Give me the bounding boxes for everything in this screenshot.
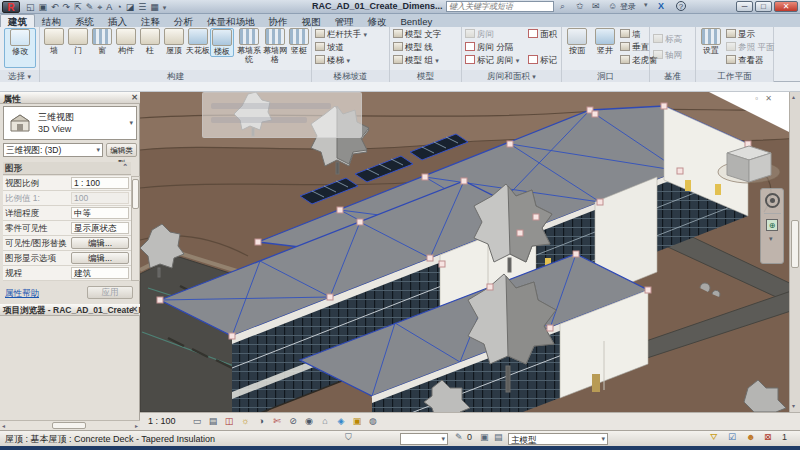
close-button[interactable]: ✕	[774, 1, 798, 12]
area-button[interactable]: 面积	[528, 28, 557, 41]
apply-button[interactable]: 应用	[87, 286, 133, 299]
tab-bentley[interactable]: Bentley	[394, 15, 440, 28]
tab-structure[interactable]: 结构	[35, 15, 68, 28]
project-browser-close-icon[interactable]: ✕	[131, 305, 138, 314]
sun-path-icon[interactable]: ☼	[238, 415, 252, 428]
scale-icon[interactable]: ▭	[190, 415, 204, 428]
dimension-icon[interactable]: ⌖	[97, 1, 102, 14]
view-instance-combo[interactable]: 三维视图: (3D)▾	[3, 143, 103, 157]
measure-icon[interactable]: ✎	[86, 1, 94, 14]
opening-by-face-button[interactable]: 按面	[564, 28, 590, 55]
properties-close-icon[interactable]: ✕	[131, 93, 138, 102]
app-menu-button[interactable]: R	[2, 1, 20, 13]
zoom-icon[interactable]: ⊕	[766, 219, 778, 231]
qat-dropdown-icon[interactable]: ▾	[163, 1, 167, 14]
3d-viewport[interactable]: ▫ ✕ ⊕ ▾ ▴ ▾	[140, 92, 800, 412]
exchange-apps-icon[interactable]: X	[658, 1, 664, 11]
communication-icon[interactable]: ✉	[592, 1, 600, 11]
tab-systems[interactable]: 系统	[68, 15, 101, 28]
text-icon[interactable]: A	[106, 1, 112, 14]
viewport-scrollbar[interactable]: ▴ ▾	[789, 92, 800, 412]
signin-label[interactable]: 登录	[620, 1, 636, 12]
ceiling-button[interactable]: 天花板	[186, 28, 210, 55]
temporary-hide-icon[interactable]: ◈	[334, 415, 348, 428]
modify-button[interactable]: 修改	[4, 28, 36, 68]
help-icon[interactable]: ?	[676, 1, 686, 11]
tab-architecture[interactable]: 建筑	[0, 14, 35, 27]
tab-modify[interactable]: 修改	[361, 15, 394, 28]
select-pinned-icon[interactable]: ☻	[746, 432, 755, 442]
signin-user-icon[interactable]: ☺	[608, 1, 617, 11]
shadows-icon[interactable]: ◑	[254, 415, 268, 428]
type-selector[interactable]: 三维视图 3D View ▾	[3, 106, 137, 140]
filter-icon[interactable]: ⛛	[710, 432, 718, 443]
maximize-button[interactable]: □	[755, 1, 772, 12]
property-row[interactable]: 图形显示选项编辑...	[3, 251, 131, 266]
property-row[interactable]: 可见性/图形替换编辑...	[3, 236, 131, 251]
editable-only-icon[interactable]: ✎	[455, 432, 463, 442]
shaft-button[interactable]: 竖井	[592, 28, 618, 55]
window-button[interactable]: 窗	[90, 28, 114, 55]
exclude-options-icon[interactable]: ⊠	[764, 432, 772, 442]
active-only-icon[interactable]: ▤	[494, 432, 503, 442]
analytical-model-icon[interactable]: ◍	[366, 415, 380, 428]
stair-button[interactable]: 楼梯 ▾	[315, 54, 350, 67]
type-selector-dropdown-icon[interactable]: ▾	[129, 119, 133, 127]
column-button[interactable]: 柱	[138, 28, 162, 55]
open-icon[interactable]: ◱	[26, 1, 35, 14]
view-scale-button[interactable]: 1 : 100	[148, 416, 176, 426]
edit-type-button[interactable]: 编辑类型	[106, 143, 137, 157]
wall-button[interactable]: 墙	[42, 28, 66, 55]
grid-button[interactable]: 轴网	[653, 49, 682, 62]
navigation-bar[interactable]: ⊕ ▾	[760, 188, 784, 264]
crop-region-icon[interactable]: ◉	[302, 415, 316, 428]
component-button[interactable]: 构件	[114, 28, 138, 55]
model-line-button[interactable]: 模型 线	[393, 41, 433, 54]
tab-insert[interactable]: 插入	[101, 15, 134, 28]
model-text-button[interactable]: 模型 文字	[393, 28, 441, 41]
show-workplane-button[interactable]: 显示	[726, 28, 755, 41]
undo-icon[interactable]: ↶	[51, 1, 59, 14]
property-row[interactable]: 零件可见性显示原状态	[3, 221, 131, 236]
mullion-button[interactable]: 竖梃	[288, 28, 310, 55]
design-option-icon[interactable]: ▣	[480, 432, 489, 442]
save-icon[interactable]: ▣	[39, 1, 48, 14]
detail-level-icon[interactable]: ▤	[206, 415, 220, 428]
ramp-button[interactable]: 坡道	[315, 41, 344, 54]
set-workplane-button[interactable]: 设置	[698, 28, 724, 55]
tab-annotate[interactable]: 注释	[134, 15, 167, 28]
browser-hscrollbar[interactable]: ◂ ▸	[0, 420, 140, 430]
navbar-dropdown-icon[interactable]: ▾	[769, 235, 773, 243]
crop-view-icon[interactable]: ⊘	[286, 415, 300, 428]
tab-collaborate[interactable]: 协作	[262, 15, 295, 28]
panel-select-label[interactable]: 选择 ▾	[0, 70, 39, 82]
tab-analyze[interactable]: 分析	[167, 15, 200, 28]
visual-style-icon[interactable]: ◫	[222, 415, 236, 428]
door-button[interactable]: 门	[66, 28, 90, 55]
print-icon[interactable]: ⇱	[74, 1, 82, 14]
level-button[interactable]: 标高	[653, 33, 682, 46]
worksets-combo[interactable]: ▾	[400, 433, 448, 445]
roof-button[interactable]: 屋顶	[162, 28, 186, 55]
tab-manage[interactable]: 管理	[328, 15, 361, 28]
view-close-icon[interactable]: ✕	[765, 94, 772, 103]
select-link-icon[interactable]: ☑	[728, 432, 736, 442]
minimize-button[interactable]: ─	[736, 1, 753, 12]
graphics-section-header[interactable]: 图形⌃	[3, 162, 131, 175]
scrollbar-thumb[interactable]	[791, 220, 799, 268]
tag-area-button[interactable]: 标记	[528, 54, 557, 67]
property-row[interactable]: 视图比例1 : 100	[3, 176, 131, 191]
switch-windows-icon[interactable]: ▦	[150, 1, 159, 14]
unlocked-view-icon[interactable]: ⌂	[318, 415, 332, 428]
railing-button[interactable]: 栏杆扶手 ▾	[315, 28, 367, 41]
room-separator-button[interactable]: 房间 分隔	[465, 41, 513, 54]
wall-opening-button[interactable]: 墙	[620, 28, 641, 41]
default-3d-view-icon[interactable]: ◔	[116, 1, 121, 14]
section-icon[interactable]: ◪	[126, 1, 135, 14]
room-button[interactable]: 房间	[465, 28, 494, 41]
property-row[interactable]: 规程建筑	[3, 266, 131, 281]
viewer-button[interactable]: 查看器	[726, 54, 764, 67]
collapse-icon[interactable]: ⌃	[122, 163, 128, 171]
redo-icon[interactable]: ↷	[63, 1, 71, 14]
tab-view[interactable]: 视图	[295, 15, 328, 28]
